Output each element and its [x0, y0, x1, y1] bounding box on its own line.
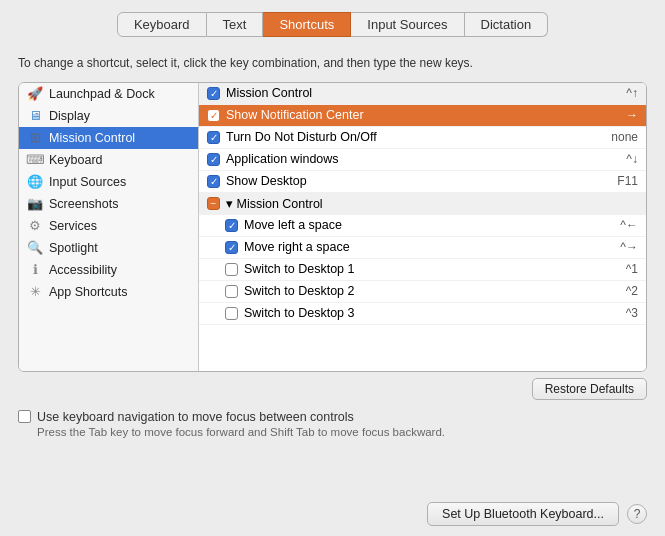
main-content: To change a shortcut, select it, click t…	[0, 45, 665, 494]
sidebar-label-accessibility: Accessibility	[49, 263, 117, 277]
shortcut-key-switch-1: ^1	[626, 262, 638, 276]
accessibility-icon: ℹ	[27, 262, 43, 278]
nav-checkbox[interactable]	[18, 410, 31, 423]
shortcut-key-show-desktop: F11	[617, 174, 638, 188]
shortcut-list: ✓ Mission Control ^↑ ✓ Show Notification…	[199, 83, 646, 371]
sidebar-label-keyboard: Keyboard	[49, 153, 103, 167]
sidebar-label-screenshots: Screenshots	[49, 197, 118, 211]
screenshots-icon: 📷	[27, 196, 43, 212]
checkbox-show-notification[interactable]: ✓	[207, 109, 220, 122]
sidebar-label-mission-control: Mission Control	[49, 131, 135, 145]
shortcut-label-show-desktop: Show Desktop	[226, 174, 617, 188]
checkbox-mc-header[interactable]: ✓	[207, 87, 220, 100]
sidebar-item-app-shortcuts[interactable]: ✳ App Shortcuts	[19, 281, 198, 303]
checkbox-show-desktop[interactable]: ✓	[207, 175, 220, 188]
tab-text[interactable]: Text	[207, 12, 264, 37]
launchpad-icon: 🚀	[27, 86, 43, 102]
tab-input-sources[interactable]: Input Sources	[351, 12, 464, 37]
sidebar-item-mission-control[interactable]: ⊞ Mission Control	[19, 127, 198, 149]
shortcut-key-switch-3: ^3	[626, 306, 638, 320]
sidebar-label-services: Services	[49, 219, 97, 233]
sidebar-label-app-shortcuts: App Shortcuts	[49, 285, 128, 299]
help-button[interactable]: ?	[627, 504, 647, 524]
shortcut-label-move-left: Move left a space	[244, 218, 620, 232]
app-shortcuts-icon: ✳	[27, 284, 43, 300]
shortcut-label-switch-2: Switch to Desktop 2	[244, 284, 626, 298]
shortcut-key-app-windows: ^↓	[626, 152, 638, 166]
sidebar-item-keyboard[interactable]: ⌨ Keyboard	[19, 149, 198, 171]
shortcut-key-mc-header: ^↑	[626, 86, 638, 100]
nav-checkbox-row: Use keyboard navigation to move focus be…	[18, 410, 647, 424]
nav-section: Use keyboard navigation to move focus be…	[18, 410, 647, 438]
spotlight-icon: 🔍	[27, 240, 43, 256]
shortcut-label-switch-1: Switch to Desktop 1	[244, 262, 626, 276]
shortcut-row-switch-3[interactable]: Switch to Desktop 3 ^3	[199, 303, 646, 325]
checkbox-move-left[interactable]: ✓	[225, 219, 238, 232]
restore-defaults-button[interactable]: Restore Defaults	[532, 378, 647, 400]
sidebar-item-screenshots[interactable]: 📷 Screenshots	[19, 193, 198, 215]
tab-bar: Keyboard Text Shortcuts Input Sources Di…	[0, 0, 665, 45]
tab-keyboard[interactable]: Keyboard	[117, 12, 207, 37]
sidebar-item-accessibility[interactable]: ℹ Accessibility	[19, 259, 198, 281]
shortcut-row-switch-2[interactable]: Switch to Desktop 2 ^2	[199, 281, 646, 303]
shortcut-row-turn-dnd[interactable]: ✓ Turn Do Not Disturb On/Off none	[199, 127, 646, 149]
shortcut-row-move-left[interactable]: ✓ Move left a space ^←	[199, 215, 646, 237]
shortcut-label-show-notification: Show Notification Center	[226, 108, 626, 122]
panels-container: 🚀 Launchpad & Dock 🖥 Display ⊞ Mission C…	[18, 82, 647, 372]
shortcut-row-app-windows[interactable]: ✓ Application windows ^↓	[199, 149, 646, 171]
keyboard-icon: ⌨	[27, 152, 43, 168]
shortcut-label-move-right: Move right a space	[244, 240, 620, 254]
sidebar-item-input-sources[interactable]: 🌐 Input Sources	[19, 171, 198, 193]
shortcut-row-mc-header[interactable]: ✓ Mission Control ^↑	[199, 83, 646, 105]
bluetooth-keyboard-button[interactable]: Set Up Bluetooth Keyboard...	[427, 502, 619, 526]
checkbox-app-windows[interactable]: ✓	[207, 153, 220, 166]
sidebar-label-display: Display	[49, 109, 90, 123]
input-sources-icon: 🌐	[27, 174, 43, 190]
display-icon: 🖥	[27, 108, 43, 124]
shortcut-row-switch-1[interactable]: Switch to Desktop 1 ^1	[199, 259, 646, 281]
shortcut-label-mc-header: Mission Control	[226, 86, 626, 100]
mission-control-icon: ⊞	[27, 130, 43, 146]
sidebar-item-services[interactable]: ⚙ Services	[19, 215, 198, 237]
shortcut-key-turn-dnd: none	[611, 130, 638, 144]
sidebar-label-launchpad: Launchpad & Dock	[49, 87, 155, 101]
sidebar: 🚀 Launchpad & Dock 🖥 Display ⊞ Mission C…	[19, 83, 199, 371]
checkbox-move-right[interactable]: ✓	[225, 241, 238, 254]
sidebar-item-spotlight[interactable]: 🔍 Spotlight	[19, 237, 198, 259]
sidebar-item-display[interactable]: 🖥 Display	[19, 105, 198, 127]
shortcut-key-move-right: ^→	[620, 240, 638, 254]
shortcut-label-switch-3: Switch to Desktop 3	[244, 306, 626, 320]
checkbox-turn-dnd[interactable]: ✓	[207, 131, 220, 144]
checkbox-switch-3[interactable]	[225, 307, 238, 320]
checkbox-mc-sub[interactable]: −	[207, 197, 220, 210]
shortcut-row-show-notification[interactable]: ✓ Show Notification Center →	[199, 105, 646, 127]
shortcut-label-mc-sub: ▾ Mission Control	[226, 196, 638, 211]
shortcut-row-mc-sub[interactable]: − ▾ Mission Control	[199, 193, 646, 215]
shortcut-label-turn-dnd: Turn Do Not Disturb On/Off	[226, 130, 611, 144]
sidebar-item-launchpad-dock[interactable]: 🚀 Launchpad & Dock	[19, 83, 198, 105]
shortcut-key-show-notification: →	[626, 108, 638, 122]
instruction-text: To change a shortcut, select it, click t…	[18, 55, 647, 72]
shortcut-row-move-right[interactable]: ✓ Move right a space ^→	[199, 237, 646, 259]
shortcut-key-move-left: ^←	[620, 218, 638, 232]
shortcut-key-switch-2: ^2	[626, 284, 638, 298]
checkbox-switch-1[interactable]	[225, 263, 238, 276]
shortcut-row-show-desktop[interactable]: ✓ Show Desktop F11	[199, 171, 646, 193]
sidebar-label-input-sources: Input Sources	[49, 175, 126, 189]
footer: Set Up Bluetooth Keyboard... ?	[0, 494, 665, 536]
restore-row: Restore Defaults	[18, 378, 647, 400]
checkbox-switch-2[interactable]	[225, 285, 238, 298]
sidebar-label-spotlight: Spotlight	[49, 241, 98, 255]
tab-shortcuts[interactable]: Shortcuts	[263, 12, 351, 37]
tab-dictation[interactable]: Dictation	[465, 12, 549, 37]
services-icon: ⚙	[27, 218, 43, 234]
nav-checkbox-label: Use keyboard navigation to move focus be…	[37, 410, 354, 424]
nav-hint-text: Press the Tab key to move focus forward …	[37, 426, 647, 438]
shortcut-label-app-windows: Application windows	[226, 152, 626, 166]
